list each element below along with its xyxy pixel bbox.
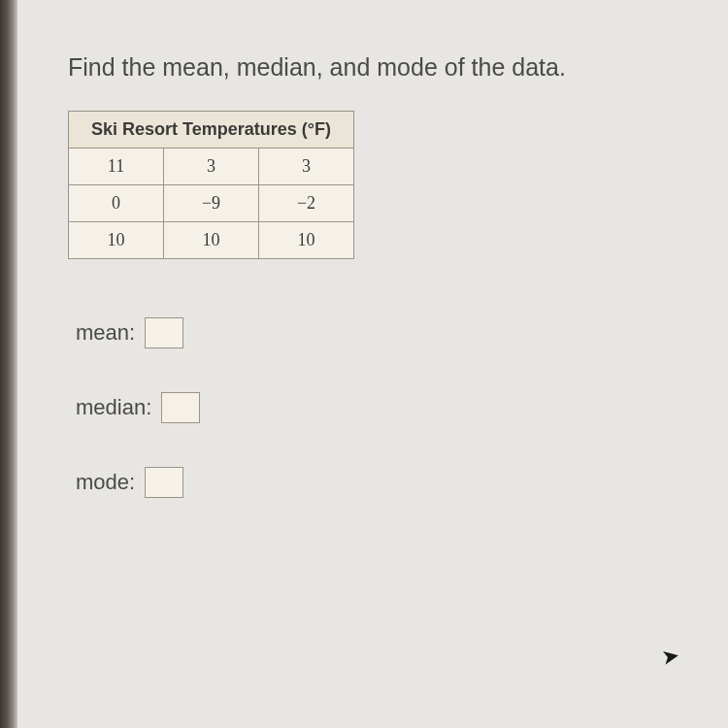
median-row: median: — [76, 392, 689, 423]
mean-input[interactable] — [145, 317, 183, 348]
table-cell: 11 — [69, 149, 164, 185]
question-prompt: Find the mean, median, and mode of the d… — [68, 53, 689, 82]
table-header: Ski Resort Temperatures (°F) — [69, 112, 354, 149]
page-edge-shadow — [0, 0, 17, 728]
table-row: 10 10 10 — [69, 222, 354, 259]
cursor-icon: ➤ — [660, 644, 681, 672]
table-row: 0 −9 −2 — [69, 185, 354, 222]
mode-row: mode: — [76, 467, 689, 498]
table-cell: 10 — [164, 222, 259, 259]
median-label: median: — [76, 395, 151, 420]
table-cell: 3 — [164, 149, 259, 185]
mode-label: mode: — [76, 470, 135, 495]
table-cell: 10 — [259, 222, 354, 259]
table-cell: 3 — [259, 149, 354, 185]
mode-input[interactable] — [145, 467, 183, 498]
mean-label: mean: — [76, 320, 135, 346]
main-content: Find the mean, median, and mode of the d… — [0, 0, 728, 580]
table-cell: 0 — [69, 185, 164, 222]
data-table: Ski Resort Temperatures (°F) 11 3 3 0 −9… — [68, 111, 354, 259]
table-row: 11 3 3 — [69, 149, 354, 185]
table-cell: 10 — [69, 222, 164, 259]
table-cell: −9 — [164, 185, 259, 222]
table-cell: −2 — [259, 185, 354, 222]
mean-row: mean: — [76, 317, 689, 348]
median-input[interactable] — [161, 392, 200, 423]
